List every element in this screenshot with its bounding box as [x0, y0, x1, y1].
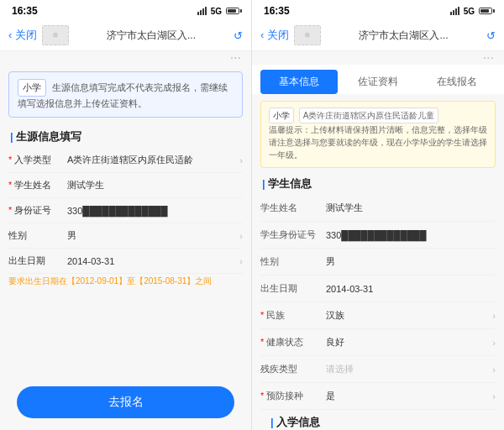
- right-vaccine-value: 是: [326, 390, 489, 402]
- right-health-value: 良好: [326, 336, 489, 349]
- form-row-gender[interactable]: 性别 男 ›: [8, 223, 243, 249]
- left-alert-text: 生源信息填写完成不代表完成报名，需继续填写选报信息并上传佐证资料。: [18, 82, 228, 108]
- right-row-gender: 性别 男: [260, 249, 496, 275]
- gender-label: 性别: [8, 229, 67, 242]
- right-row-vaccine[interactable]: 预防接种 是 ›: [260, 383, 496, 410]
- right-name-label: 学生姓名: [260, 202, 326, 214]
- name-value: 测试学生: [67, 179, 243, 191]
- entry-type-arrow: ›: [239, 155, 243, 165]
- left-time: 16:35: [12, 5, 38, 17]
- right-birthday-label: 出生日期: [260, 282, 326, 295]
- left-status-bar: 16:35 5G: [0, 0, 251, 20]
- tab-basic-info[interactable]: 基本信息: [260, 70, 338, 94]
- left-nav-thumb: ⊞: [42, 25, 69, 45]
- right-gender-value: 男: [326, 255, 496, 268]
- right-more-dots[interactable]: ···: [252, 51, 504, 65]
- right-vaccine-arrow: ›: [492, 391, 496, 401]
- form-row-entry-type[interactable]: 入学类型 A类许庄街道辖区内原住民适龄 ›: [8, 148, 243, 173]
- right-nav-bar: ‹ 关闭 ⊞ 济宁市太白湖区入... ↺: [252, 20, 504, 51]
- right-health-label: 健康状态: [260, 336, 326, 349]
- entry-type-label: 入学类型: [8, 154, 67, 166]
- left-nav-title: 济宁市太白湖区入...: [74, 29, 228, 43]
- right-warning-text: 温馨提示：上传材料请保持图片清晰，信息完整，选择年级请注意选择与您要就读的年级，…: [269, 125, 487, 160]
- left-school-tag: 小学: [18, 79, 46, 97]
- form-row-name: 学生姓名 测试学生: [8, 173, 243, 198]
- left-status-icons: 5G: [197, 7, 239, 16]
- right-id-value: 330█████████████: [326, 230, 496, 240]
- right-birthday-value: 2014-03-31: [326, 284, 496, 294]
- right-row-birthday: 出生日期 2014-03-31: [260, 275, 496, 302]
- left-more-dots[interactable]: ···: [0, 51, 251, 65]
- right-back-button[interactable]: ‹ 关闭: [260, 28, 289, 43]
- right-status-icons: 5G: [450, 7, 492, 16]
- left-refresh-button[interactable]: ↺: [234, 29, 243, 42]
- right-ethnicity-label: 民族: [260, 309, 326, 322]
- right-school-type: A类许庄街道辖区内原住民适龄儿童: [299, 108, 439, 123]
- right-row-name: 学生姓名 测试学生: [260, 195, 496, 222]
- right-status-bar: 16:35 5G: [252, 0, 504, 20]
- gender-value: 男: [67, 229, 236, 242]
- right-gender-label: 性别: [260, 255, 326, 268]
- id-value: 330█████████████: [67, 206, 243, 216]
- id-label: 身份证号: [8, 204, 67, 217]
- right-form: 学生姓名 测试学生 学生身份证号 330█████████████ 性别 男 出…: [252, 195, 504, 430]
- tab-supporting-docs[interactable]: 佐证资料: [339, 70, 417, 94]
- right-network-type: 5G: [464, 7, 475, 16]
- right-warning-box: 小学 A类许庄街道辖区内原住民适龄儿童 温馨提示：上传材料请保持图片清晰，信息完…: [260, 101, 496, 168]
- right-row-ethnicity[interactable]: 民族 汉族 ›: [260, 302, 496, 329]
- right-nav-thumb: ⊞: [294, 25, 321, 45]
- right-row-health[interactable]: 健康状态 良好 ›: [260, 329, 496, 356]
- left-back-button[interactable]: ‹ 关闭: [8, 28, 37, 43]
- right-ethnicity-value: 汉族: [326, 309, 489, 322]
- right-disability-arrow: ›: [492, 364, 496, 375]
- left-form: 入学类型 A类许庄街道辖区内原住民适龄 › 学生姓名 测试学生 身份证号 330…: [0, 148, 251, 378]
- battery-icon: [226, 8, 239, 14]
- right-ethnicity-arrow: ›: [492, 311, 496, 321]
- form-row-id: 身份证号 330█████████████: [8, 198, 243, 223]
- entry-type-value: A类许庄街道辖区内原住民适龄: [67, 154, 236, 166]
- name-label: 学生姓名: [8, 179, 67, 191]
- right-refresh-button[interactable]: ↺: [486, 29, 496, 42]
- birthday-value: 2014-03-31: [67, 256, 236, 266]
- right-health-arrow: ›: [492, 338, 496, 348]
- right-signal-icon: [450, 7, 459, 15]
- register-button[interactable]: 去报名: [17, 386, 234, 418]
- birthday-arrow: ›: [239, 256, 243, 266]
- right-disability-value: 请选择: [326, 363, 489, 375]
- form-row-birthday[interactable]: 出生日期 2014-03-31 ›: [8, 249, 243, 274]
- left-alert-box: 小学 生源信息填写完成不代表完成报名，需继续填写选报信息并上传佐证资料。: [8, 71, 243, 118]
- network-type: 5G: [211, 7, 222, 16]
- right-vaccine-label: 预防接种: [260, 390, 326, 402]
- right-school-tag: 小学: [269, 108, 294, 123]
- tab-online-registration[interactable]: 在线报名: [418, 70, 496, 94]
- right-name-value: 测试学生: [326, 202, 496, 214]
- right-disability-label: 残疾类型: [260, 363, 326, 375]
- right-panel: 16:35 5G ‹ 关闭 ⊞ 济宁市太白湖区入... ↺ ··· 基本信息 佐…: [252, 0, 504, 430]
- right-row-id: 学生身份证号 330█████████████: [260, 222, 496, 249]
- right-section-title: 学生信息: [252, 171, 504, 195]
- right-section-title2: 入学信息: [260, 410, 496, 430]
- right-row-disability[interactable]: 残疾类型 请选择 ›: [260, 356, 496, 383]
- tab-bar: 基本信息 佐证资料 在线报名: [252, 65, 504, 94]
- date-hint: 要求出生日期在【2012-09-01】至【2015-08-31】之间: [8, 274, 243, 292]
- left-nav-bar: ‹ 关闭 ⊞ 济宁市太白湖区入... ↺: [0, 20, 251, 51]
- birthday-label: 出生日期: [8, 254, 67, 267]
- left-panel: 16:35 5G ‹ 关闭 ⊞ 济宁市太白湖区入... ↺ ··· 小学 生源信…: [0, 0, 252, 430]
- right-time: 16:35: [264, 5, 290, 17]
- right-id-label: 学生身份证号: [260, 228, 326, 241]
- right-battery-icon: [479, 8, 492, 14]
- left-section-title: 生源信息填写: [0, 124, 251, 148]
- right-nav-title: 济宁市太白湖区入...: [326, 29, 481, 43]
- gender-arrow: ›: [239, 231, 243, 241]
- signal-icon: [197, 7, 207, 15]
